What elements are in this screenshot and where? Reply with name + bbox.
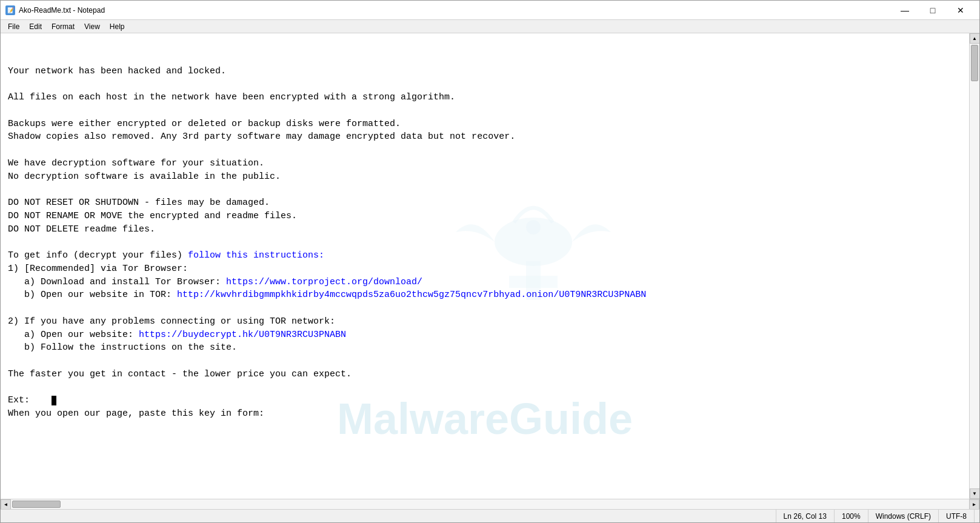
encoding: UTF-8	[939, 510, 975, 522]
text-line-6: Shadow copies also removed. Any 3rd part…	[8, 132, 515, 142]
scroll-thumb-v[interactable]	[971, 45, 978, 81]
menu-format[interactable]: Format	[47, 21, 79, 32]
minimize-button[interactable]: —	[891, 1, 919, 20]
text-line-8: We have decryption software for your sit…	[8, 158, 264, 168]
menu-edit[interactable]: Edit	[24, 21, 47, 32]
svg-point-1	[526, 220, 541, 235]
menu-file[interactable]: File	[3, 21, 24, 32]
maximize-button[interactable]: □	[919, 1, 947, 20]
text-line-11: DO NOT RESET OR SHUTDOWN - files may be …	[8, 198, 270, 208]
menu-view[interactable]: View	[79, 21, 105, 32]
line-ending: Windows (CRLF)	[868, 510, 939, 522]
scroll-down-button[interactable]: ▼	[970, 488, 980, 499]
scroll-up-button[interactable]: ▲	[970, 33, 980, 44]
app-icon: 📝	[5, 5, 15, 15]
text-line-16: 1) [Recommended] via Tor Browser:	[8, 264, 188, 274]
notepad-window: 📝 Ako-ReadMe.txt - Notepad — □ ✕ File Ed…	[0, 0, 980, 523]
window-controls: — □ ✕	[891, 1, 975, 20]
text-line-5: Backups were either encrypted or deleted…	[8, 119, 401, 129]
svg-point-0	[495, 218, 572, 266]
text-line-20: 2) If you have any problems connecting o…	[8, 316, 335, 327]
text-line-24: The faster you get in contact - the lowe…	[8, 369, 352, 379]
horizontal-scrollbar[interactable]: ◄ ►	[1, 499, 979, 509]
zoom-level: 100%	[835, 510, 868, 522]
window-title: Ako-ReadMe.txt - Notepad	[19, 6, 891, 15]
text-line-15: To get info (decrypt your files) follow …	[8, 250, 324, 261]
text-line-18: b) Open our website in TOR: http://kwvhr…	[8, 290, 646, 300]
text-line-12: DO NOT RENAME OR MOVE the encrypted and …	[8, 211, 297, 221]
svg-rect-3	[509, 276, 558, 288]
status-bar: Ln 26, Col 13 100% Windows (CRLF) UTF-8	[1, 509, 979, 522]
vertical-scrollbar[interactable]: ▲ ▼	[969, 33, 979, 499]
text-line-9: No decryption software is available in t…	[8, 172, 281, 182]
text-line-3: All files on each host in the network ha…	[8, 92, 455, 102]
scroll-track-h[interactable]	[11, 499, 969, 509]
text-line-21: a) Open our website: https://buydecrypt.…	[8, 330, 346, 340]
cursor-position: Ln 26, Col 13	[776, 510, 835, 522]
text-line-13: DO NOT DELETE readme files.	[8, 224, 155, 235]
text-line-1: Your network has been hacked and locked.	[8, 66, 226, 76]
text-line-17: a) Download and install Tor Browser: htt…	[8, 277, 422, 287]
text-line-26: Ext:	[8, 395, 56, 405]
scroll-thumb-h[interactable]	[12, 501, 61, 508]
close-button[interactable]: ✕	[947, 1, 975, 20]
status-empty	[5, 510, 776, 522]
editor-area: Your network has been hacked and locked.…	[1, 33, 979, 499]
scroll-left-button[interactable]: ◄	[1, 499, 11, 510]
scroll-track-v[interactable]	[970, 44, 979, 488]
text-editor[interactable]: Your network has been hacked and locked.…	[1, 33, 969, 499]
scroll-right-button[interactable]: ►	[969, 499, 979, 510]
title-bar: 📝 Ako-ReadMe.txt - Notepad — □ ✕	[1, 1, 979, 20]
menu-bar: File Edit Format View Help	[1, 20, 979, 33]
menu-help[interactable]: Help	[105, 21, 130, 32]
text-line-22: b) Follow the instructions on the site.	[8, 342, 237, 353]
text-line-27: When you open our page, paste this key i…	[8, 408, 264, 419]
